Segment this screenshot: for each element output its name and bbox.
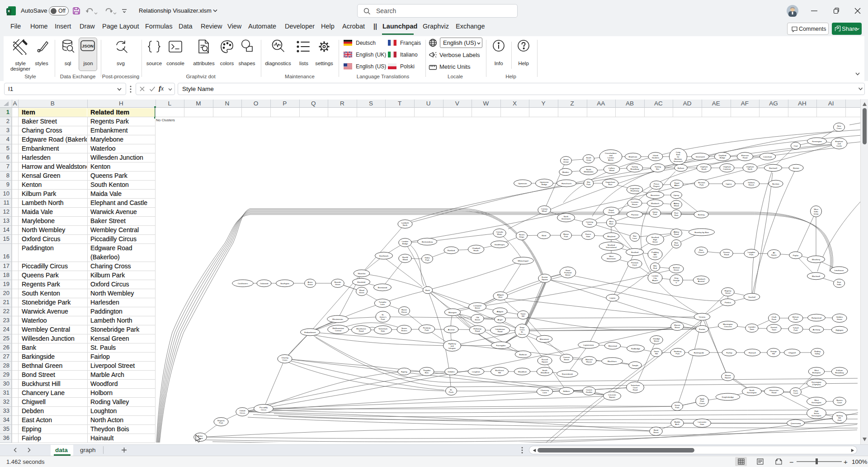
svg-text:BoundsGreen: BoundsGreen (335, 281, 341, 286)
svg-text:Knightsbridge: Knightsbridge (722, 396, 734, 398)
svg-text:Upney: Upney (674, 194, 679, 196)
svg-text:Barkingside: Barkingside (694, 352, 704, 354)
svg-text:Maryland: Maryland (607, 235, 615, 238)
svg-text:SevenSisters: SevenSisters (401, 327, 407, 332)
svg-text:Barking: Barking (698, 214, 705, 216)
svg-text:Bank: Bank (425, 289, 430, 291)
svg-text:RoyalAlbert: RoyalAlbert (674, 182, 679, 186)
svg-text:WarrenStreet: WarrenStreet (674, 324, 681, 329)
svg-text:Cockfosters: Cockfosters (238, 282, 248, 285)
svg-text:CustomsHouse: CustomsHouse (631, 201, 639, 205)
svg-text:Angel: Angel (498, 319, 503, 321)
svg-text:StarLane: StarLane (632, 235, 637, 239)
svg-text:Plaistow: Plaistow (631, 214, 639, 216)
svg-text:HeronQuays: HeronQuays (563, 158, 569, 163)
svg-text:EastHam: EastHam (674, 212, 679, 216)
svg-text:LondonBridge: LondonBridge (402, 240, 409, 245)
svg-text:DagenhamHeathway: DagenhamHeathway (630, 187, 639, 192)
svg-text:WoolwichArsenal: WoolwichArsenal (697, 278, 706, 282)
svg-text:x: x (8, 8, 10, 13)
svg-text:RoyalVictoria: RoyalVictoria (608, 209, 615, 214)
svg-text:Mudchute: Mudchute (629, 156, 637, 158)
svg-text:ArnosGrove: ArnosGrove (307, 281, 313, 286)
svg-text:RussellSquare: RussellSquare (542, 358, 548, 363)
svg-text:Hampstead: Hampstead (811, 317, 822, 319)
svg-text:MileEnd: MileEnd (653, 265, 657, 269)
svg-text:WoodGreen: WoodGreen (359, 289, 365, 294)
svg-text:Blackfriars: Blackfriars (608, 360, 617, 362)
svg-text:BondStreet: BondStreet (653, 429, 659, 434)
svg-text:JSON: JSON (82, 43, 94, 48)
svg-text:Highgate: Highgate (835, 329, 844, 331)
svg-text:Barbican: Barbican (519, 353, 528, 356)
svg-text:Woodford: Woodford (518, 371, 527, 373)
svg-text:ClaphamCommon: ClaphamCommon (723, 166, 731, 170)
svg-text:ColliersWood: ColliersWood (609, 167, 615, 172)
svg-text:RodingValley: RodingValley (814, 350, 821, 355)
svg-text:LeicesterSquare: LeicesterSquare (608, 394, 616, 398)
svg-text:Temple: Temple (632, 364, 638, 367)
svg-text:Whitechapel: Whitechapel (518, 260, 528, 262)
svg-text:Hornchurch: Hornchurch (561, 182, 572, 185)
svg-text:CanaryWharf: CanaryWharf (541, 208, 548, 212)
svg-text:BaronsCourt: BaronsCourt (836, 399, 843, 404)
svg-text:BagneyGreen: BagneyGreen (725, 290, 731, 294)
svg-text:SevenKings: SevenKings (519, 234, 525, 238)
svg-text:MansionHouse: MansionHouse (585, 358, 593, 363)
svg-text:Becontree: Becontree (651, 194, 660, 196)
svg-text:Vauxhall: Vauxhall (748, 296, 755, 298)
svg-text:Aldgate: Aldgate (497, 310, 504, 313)
svg-text:PrinceRegent: PrinceRegent (653, 183, 660, 187)
svg-text:Monument: Monument (540, 338, 549, 340)
svg-text:HaroldWood: HaroldWood (402, 256, 408, 261)
svg-text:Pimlico: Pimlico (725, 301, 731, 304)
svg-text:Greenwich: Greenwich (696, 156, 705, 158)
svg-text:SouthQuay: SouthQuay (586, 157, 591, 161)
svg-text:Victoria: Victoria (699, 316, 706, 318)
svg-text:Embankment: Embankment (304, 331, 316, 334)
svg-text:WestIndiaQuay: WestIndiaQuay (814, 208, 819, 215)
svg-text:Stockwell: Stockwell (769, 167, 777, 169)
svg-text:ChalkFarm: ChalkFarm (772, 316, 777, 320)
svg-text:Bermondsey: Bermondsey (422, 241, 433, 243)
svg-text:Kennington: Kennington (812, 140, 822, 143)
svg-text:Leytonstone: Leytonstone (583, 344, 594, 346)
svg-text:AbbeyWood: AbbeyWood (674, 202, 679, 207)
svg-text:BethnalGreen: BethnalGreen (673, 267, 680, 271)
svg-text:Westminster: Westminster (332, 318, 343, 320)
svg-text:Woolwich: Woolwich (651, 202, 660, 205)
svg-text:Archway: Archway (813, 329, 821, 331)
svg-text:Morden: Morden (562, 171, 569, 173)
svg-text:EarlsCourt: EarlsCourt (793, 390, 798, 394)
svg-text:Brentwood: Brentwood (378, 286, 387, 289)
svg-text:BowRoad: BowRoad (674, 242, 679, 246)
svg-text:MorningtonCrescent: MorningtonCrescent (723, 323, 733, 328)
svg-text:Goodmayes: Goodmayes (494, 243, 505, 246)
svg-text:Epping: Epping (401, 371, 407, 373)
svg-text:Upminster: Upminster (518, 182, 527, 185)
svg-text:Farringdon: Farringdon (496, 344, 506, 347)
svg-text:Oakwood: Oakwood (260, 282, 269, 285)
svg-text:DevonsRoad: DevonsRoad (723, 251, 730, 256)
svg-text:Blackwall: Blackwall (812, 275, 820, 277)
svg-text:AbbeyRoad: AbbeyRoad (674, 231, 679, 235)
svg-text:Waterloo: Waterloo (358, 272, 366, 275)
svg-text:Hainault: Hainault (749, 352, 756, 354)
svg-text:Arsenal: Arsenal (448, 329, 455, 331)
svg-text:Limehouse: Limehouse (834, 269, 844, 272)
svg-text:Chigwell: Chigwell (788, 352, 796, 354)
svg-text:Wanstead: Wanstead (608, 345, 617, 347)
svg-text:Kensington(Olympia): Kensington(Olympia) (811, 381, 821, 386)
svg-text:Balham: Balham (678, 167, 684, 169)
svg-text:GoldersGreen: GoldersGreen (836, 316, 843, 320)
svg-text:Stratford: Stratford (631, 251, 639, 253)
svg-text:Ilford: Ilford (542, 234, 546, 237)
svg-text:NewCross: NewCross (836, 125, 841, 129)
svg-text:Queensway: Queensway (791, 422, 802, 424)
svg-text:Beckton: Beckton (772, 183, 779, 185)
svg-text:Moorgate: Moorgate (448, 311, 457, 314)
svg-text:EastIndia: EastIndia (837, 281, 841, 286)
svg-text:Poplar: Poplar (793, 254, 799, 257)
svg-text:Romford: Romford (448, 249, 455, 252)
svg-text:Loughton: Loughton (472, 371, 481, 373)
